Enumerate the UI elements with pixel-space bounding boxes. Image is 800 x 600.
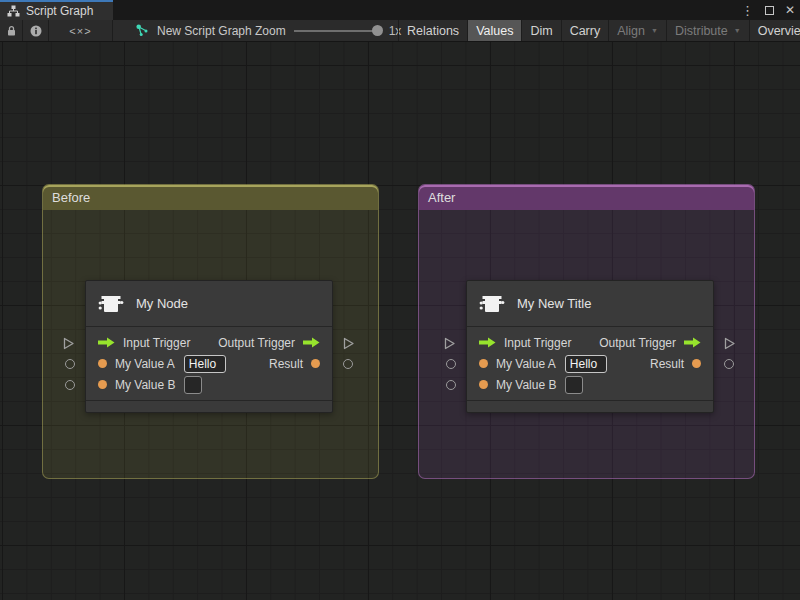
port-label: My Value A — [115, 357, 175, 371]
script-graph-icon — [136, 24, 149, 37]
code-preview-toggle[interactable]: <×> — [49, 20, 113, 41]
output-trigger-port-icon[interactable] — [684, 337, 701, 348]
value-a-port-outer-icon[interactable] — [65, 359, 75, 369]
value-b-port-icon[interactable] — [98, 380, 107, 389]
value-b-input[interactable] — [565, 376, 583, 394]
node-body: Input Trigger Output Trigger My Value A — [86, 327, 332, 400]
value-a-input[interactable] — [565, 355, 607, 373]
group-before-label: Before — [52, 190, 90, 205]
value-b-port-icon[interactable] — [479, 380, 488, 389]
value-b-port-outer-icon[interactable] — [65, 380, 75, 390]
node-my-new-title[interactable]: My New Title Input Trigger Output Trigge… — [466, 280, 714, 413]
window-controls: ⋮ ✕ — [741, 0, 795, 20]
unit-node-icon — [98, 291, 124, 317]
toolbar-button-align[interactable]: Align ▼ — [608, 20, 666, 41]
graph-toolbar: <×> New Script Graph Zoom 1x Relations V… — [0, 20, 800, 42]
toolbar-button-dim[interactable]: Dim — [521, 20, 560, 41]
view-buttons: Relations Values Dim Carry Align ▼ Distr… — [398, 20, 800, 41]
input-trigger-port-outer-icon[interactable] — [444, 336, 456, 354]
port-label: Output Trigger — [599, 336, 676, 350]
close-icon[interactable]: ✕ — [785, 4, 795, 16]
group-after-label: After — [428, 190, 455, 205]
node-header[interactable]: My New Title — [467, 281, 713, 327]
value-b-row: My Value B — [467, 374, 713, 395]
node-body: Input Trigger Output Trigger My Value A — [467, 327, 713, 400]
node-footer — [86, 400, 332, 411]
group-before-header[interactable]: Before — [43, 185, 378, 210]
tab-title: Script Graph — [26, 4, 93, 18]
value-b-input[interactable] — [184, 376, 202, 394]
input-trigger-port-outer-icon[interactable] — [63, 336, 75, 354]
port-label: My Value B — [115, 378, 175, 392]
node-my-node-wrapper: My Node Input Trigger Output Trigger — [85, 280, 333, 413]
toolbar-button-overview[interactable]: Overview — [749, 20, 800, 41]
port-label: Result — [269, 357, 303, 371]
zoom-label: Zoom — [255, 24, 286, 38]
node-my-new-title-wrapper: My New Title Input Trigger Output Trigge… — [466, 280, 714, 413]
node-title: My Node — [136, 296, 188, 311]
graph-tab-icon — [7, 5, 20, 17]
result-port-icon[interactable] — [311, 359, 320, 368]
zoom-slider-handle[interactable] — [372, 25, 383, 36]
value-a-port-outer-icon[interactable] — [446, 359, 456, 369]
group-after-header[interactable]: After — [419, 185, 754, 210]
graph-name-label: New Script Graph — [157, 24, 252, 38]
value-a-row: My Value A Result — [467, 353, 713, 374]
input-trigger-port-icon[interactable] — [98, 337, 115, 348]
tab-bar: Script Graph ⋮ ✕ — [0, 0, 800, 20]
lock-button[interactable] — [0, 20, 23, 41]
zoom-slider[interactable] — [294, 30, 380, 32]
value-a-port-icon[interactable] — [98, 359, 107, 368]
output-trigger-port-outer-icon[interactable] — [724, 336, 736, 354]
chevron-down-icon: ▼ — [651, 27, 658, 34]
maximize-icon[interactable] — [765, 6, 774, 15]
result-port-outer-icon[interactable] — [343, 359, 353, 369]
result-port-icon[interactable] — [692, 359, 701, 368]
toolbar-button-carry[interactable]: Carry — [561, 20, 609, 41]
info-button[interactable] — [23, 20, 49, 41]
value-a-input[interactable] — [184, 355, 226, 373]
graph-breadcrumb[interactable]: New Script Graph — [113, 20, 252, 41]
toolbar-button-values[interactable]: Values — [467, 20, 521, 41]
port-label: My Value B — [496, 378, 556, 392]
port-label: Input Trigger — [123, 336, 190, 350]
value-b-port-outer-icon[interactable] — [446, 380, 456, 390]
unit-node-icon — [479, 291, 505, 317]
chevron-down-icon: ▼ — [734, 27, 741, 34]
port-label: My Value A — [496, 357, 556, 371]
lock-icon — [6, 25, 17, 37]
info-icon — [30, 25, 42, 37]
output-trigger-port-outer-icon[interactable] — [343, 336, 355, 354]
output-trigger-port-icon[interactable] — [303, 337, 320, 348]
zoom-control: Zoom 1x — [255, 20, 401, 41]
trigger-row: Input Trigger Output Trigger — [467, 332, 713, 353]
graph-canvas[interactable]: Before After — [0, 42, 800, 600]
port-label: Result — [650, 357, 684, 371]
node-title: My New Title — [517, 296, 591, 311]
value-a-port-icon[interactable] — [479, 359, 488, 368]
value-b-row: My Value B — [86, 374, 332, 395]
value-a-row: My Value A Result — [86, 353, 332, 374]
port-label: Input Trigger — [504, 336, 571, 350]
port-label: Output Trigger — [218, 336, 295, 350]
node-my-node[interactable]: My Node Input Trigger Output Trigger — [85, 280, 333, 413]
code-icon: <×> — [69, 25, 91, 37]
tab-script-graph[interactable]: Script Graph — [0, 0, 113, 20]
node-header[interactable]: My Node — [86, 281, 332, 327]
window-menu-icon[interactable]: ⋮ — [741, 4, 754, 17]
result-port-outer-icon[interactable] — [724, 359, 734, 369]
input-trigger-port-icon[interactable] — [479, 337, 496, 348]
node-footer — [467, 400, 713, 411]
trigger-row: Input Trigger Output Trigger — [86, 332, 332, 353]
toolbar-button-relations[interactable]: Relations — [398, 20, 467, 41]
toolbar-button-distribute[interactable]: Distribute ▼ — [666, 20, 749, 41]
